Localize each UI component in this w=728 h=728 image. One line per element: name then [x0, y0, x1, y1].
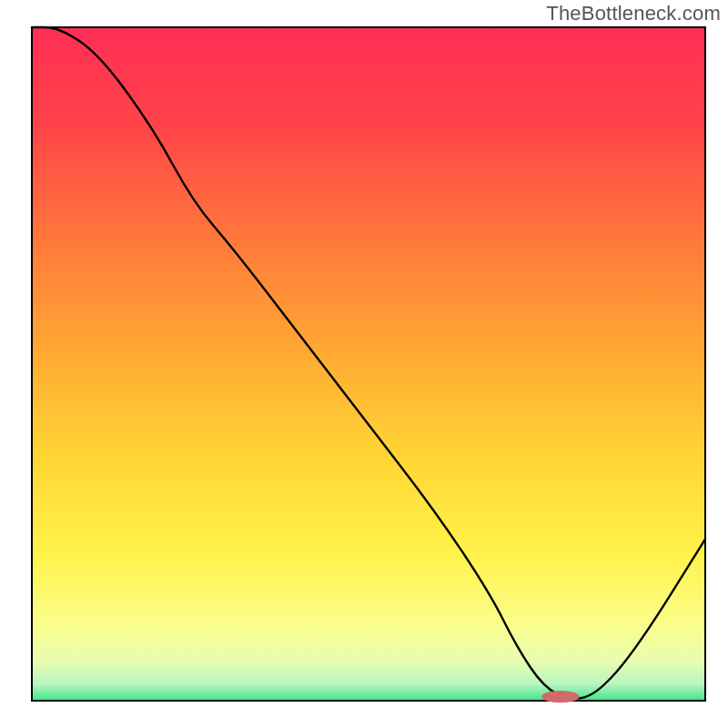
gradient-background	[32, 27, 705, 701]
bottleneck-chart: TheBottleneck.com	[0, 0, 728, 728]
optimum-marker	[541, 691, 579, 703]
chart-svg	[0, 0, 728, 728]
watermark-text: TheBottleneck.com	[546, 2, 721, 25]
